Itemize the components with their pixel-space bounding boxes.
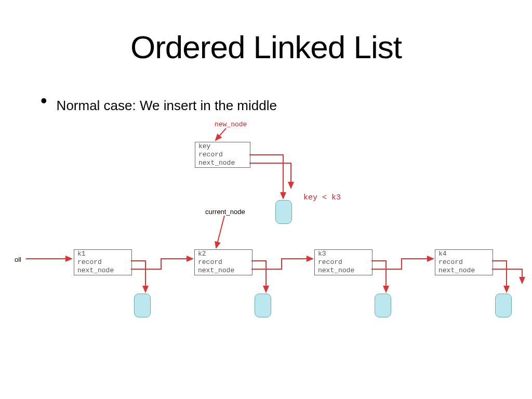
page-title: Ordered Linked List: [0, 29, 532, 65]
bullet-dot-icon: •: [41, 96, 47, 106]
bullet-item: • Normal case: We insert in the middle: [41, 97, 532, 114]
diagram-canvas: new_node current_node key < k3 oll key r…: [0, 119, 532, 379]
svg-line-1: [216, 128, 226, 140]
arrow-layer: [0, 119, 532, 379]
svg-line-2: [216, 216, 224, 248]
bullet-text: Normal case: We insert in the middle: [57, 98, 277, 114]
